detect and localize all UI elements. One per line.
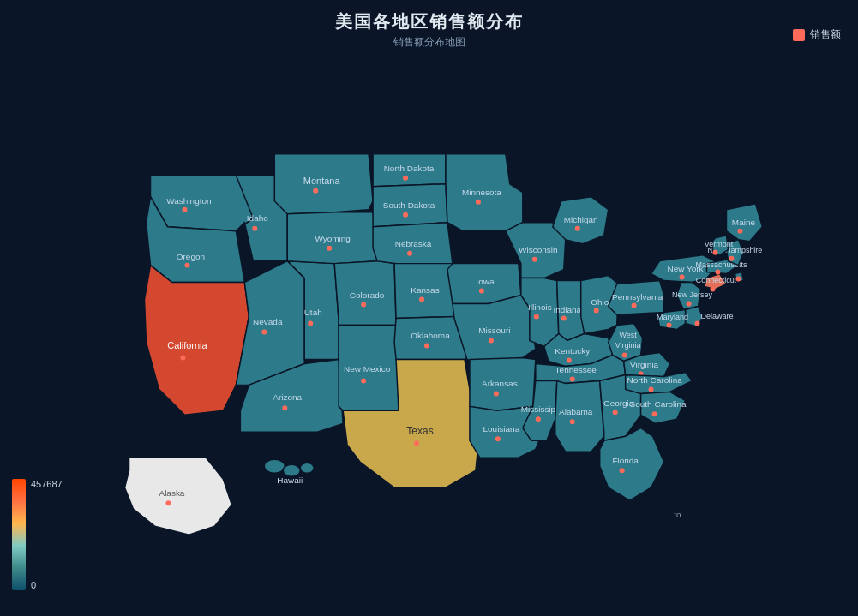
svg-text:Connecticut: Connecticut (696, 276, 737, 284)
svg-point-14 (282, 405, 287, 410)
svg-text:Michigan: Michigan (564, 215, 598, 224)
legend-label: 销售额 (810, 27, 841, 42)
svg-text:Alaska: Alaska (159, 488, 184, 498)
svg-text:Indiana: Indiana (553, 305, 581, 314)
svg-point-20 (361, 302, 366, 308)
svg-point-64 (613, 410, 618, 415)
svg-text:Tennessee: Tennessee (555, 365, 597, 374)
svg-point-89 (715, 270, 720, 275)
svg-text:Virginia: Virginia (630, 360, 659, 369)
svg-point-24 (403, 176, 408, 181)
svg-text:Washington: Washington (166, 196, 211, 206)
svg-point-28 (407, 251, 412, 256)
svg-text:Montana: Montana (303, 176, 341, 186)
svg-point-44 (495, 436, 501, 441)
svg-text:Arkansas: Arkansas (482, 379, 518, 388)
svg-point-100 (283, 464, 300, 476)
svg-point-79 (680, 275, 685, 280)
svg-text:South Carolina: South Carolina (630, 399, 687, 409)
svg-point-34 (414, 440, 419, 446)
svg-text:Nevada: Nevada (253, 318, 283, 327)
svg-text:Louisiana: Louisiana (483, 424, 520, 434)
svg-point-56 (536, 416, 541, 422)
svg-point-62 (594, 308, 599, 314)
svg-point-6 (180, 355, 185, 360)
svg-point-50 (561, 316, 567, 321)
app: 美国各地区销售额分布 销售额分布地图 销售额 Washington Oregon… (0, 0, 858, 616)
svg-point-16 (313, 188, 318, 194)
svg-text:New Jersey: New Jersey (672, 290, 712, 299)
svg-text:Wyoming: Wyoming (315, 234, 350, 243)
svg-text:Wisconsin: Wisconsin (519, 245, 557, 254)
svg-point-2 (182, 207, 187, 212)
svg-point-91 (729, 256, 734, 261)
header: 美国各地区销售额分布 销售额分布地图 (0, 0, 858, 50)
svg-point-93 (712, 250, 717, 255)
svg-point-10 (261, 330, 267, 335)
us-map-svg: Washington Oregon California Idaho Nevad… (0, 51, 858, 616)
svg-point-4 (184, 263, 189, 268)
svg-text:Nebraska: Nebraska (395, 239, 432, 248)
svg-point-87 (711, 287, 716, 292)
svg-text:North Dakota: North Dakota (384, 164, 435, 173)
svg-point-81 (687, 302, 692, 307)
svg-text:California: California (167, 340, 207, 350)
svg-point-73 (649, 386, 654, 392)
svg-point-83 (695, 321, 700, 326)
svg-point-99 (264, 459, 285, 473)
legend-box: 销售额 (793, 27, 841, 42)
svg-point-18 (327, 246, 332, 251)
svg-text:Idaho: Idaho (247, 213, 268, 223)
main-title: 美国各地区销售额分布 (0, 10, 858, 33)
svg-point-85 (667, 323, 672, 328)
svg-point-40 (489, 338, 494, 343)
color-scale-bar (12, 479, 26, 590)
svg-text:to...: to... (674, 510, 688, 519)
svg-point-77 (632, 303, 637, 308)
sub-title: 销售额分布地图 (0, 35, 858, 50)
svg-text:Maryland: Maryland (657, 313, 688, 321)
svg-text:New Mexico: New Mexico (344, 364, 391, 374)
svg-text:West: West (620, 331, 638, 339)
svg-text:Utah: Utah (304, 308, 322, 317)
legend-color-dot (793, 29, 805, 41)
svg-point-96 (735, 277, 741, 282)
svg-text:Virginia: Virginia (615, 341, 641, 350)
svg-point-32 (424, 343, 429, 348)
svg-text:Illinois: Illinois (528, 302, 552, 312)
svg-point-22 (361, 378, 366, 383)
svg-text:Delaware: Delaware (701, 312, 734, 320)
svg-point-54 (570, 376, 575, 381)
scale-min-label: 0 (31, 580, 63, 590)
svg-text:Colorado: Colorado (350, 290, 385, 300)
svg-point-75 (652, 411, 657, 416)
svg-text:Oregon: Oregon (177, 252, 205, 261)
svg-text:Kansas: Kansas (411, 285, 439, 295)
svg-point-66 (620, 468, 625, 473)
svg-point-101 (300, 463, 314, 473)
svg-text:Texas: Texas (406, 425, 433, 437)
svg-text:Ohio: Ohio (591, 297, 609, 307)
svg-text:Florida: Florida (612, 456, 639, 465)
svg-point-8 (252, 226, 257, 231)
svg-text:Minnesota: Minnesota (462, 188, 501, 197)
svg-text:Alabama: Alabama (559, 407, 593, 416)
svg-point-30 (419, 297, 424, 302)
svg-point-36 (476, 200, 481, 205)
color-scale: 457687 0 (12, 479, 63, 590)
svg-text:Kentucky: Kentucky (555, 346, 590, 356)
svg-point-52 (567, 357, 572, 362)
svg-point-95 (737, 229, 742, 234)
svg-point-48 (534, 314, 539, 320)
svg-text:Oklahoma: Oklahoma (411, 331, 450, 340)
svg-point-38 (479, 289, 484, 294)
svg-text:Hawaii: Hawaii (277, 475, 303, 485)
svg-point-98 (165, 500, 171, 505)
svg-point-42 (494, 391, 499, 396)
svg-point-58 (570, 419, 575, 424)
svg-text:North Carolina: North Carolina (627, 375, 682, 385)
svg-text:Iowa: Iowa (476, 277, 495, 286)
svg-point-12 (308, 321, 313, 326)
svg-point-60 (575, 226, 580, 231)
svg-point-26 (403, 212, 408, 218)
